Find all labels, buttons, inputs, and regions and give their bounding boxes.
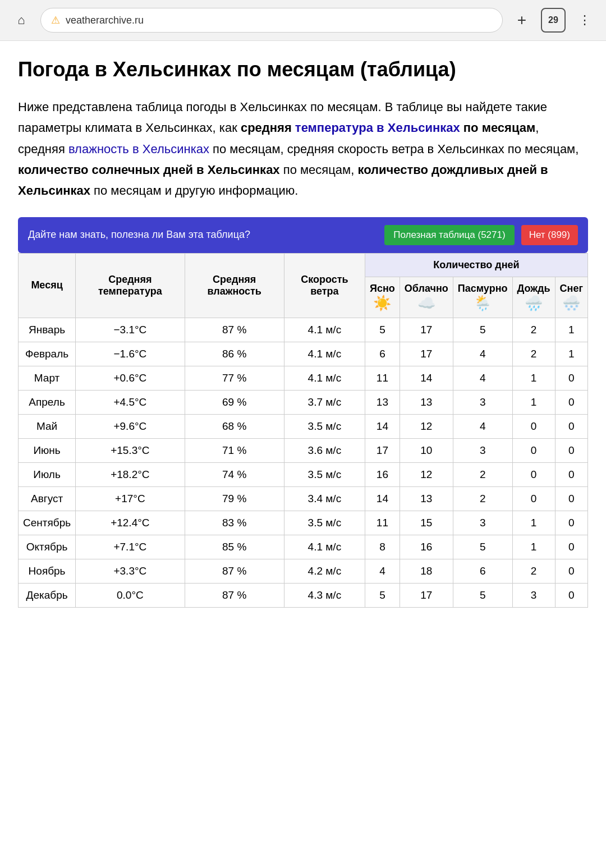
menu-button[interactable]: ⋮ [572,8,597,33]
cell-clear: 14 [365,414,400,438]
table-row: Декабрь 0.0°C 87 % 4.3 м/с 5 17 5 3 0 [19,583,588,607]
no-button[interactable]: Нет (899) [521,225,578,245]
cell-month: Декабрь [19,583,76,607]
url-bar[interactable]: ⚠ veatherarchive.ru [40,8,503,33]
cell-month: Август [19,486,76,511]
cell-wind-speed: 4.1 м/с [284,342,365,366]
cell-wind-speed: 4.3 м/с [284,583,365,607]
cell-clear: 11 [365,366,400,390]
cell-cloudy: 18 [400,559,453,583]
cell-avg-temp: +9.6°C [76,414,185,438]
cell-avg-temp: 0.0°C [76,583,185,607]
cell-wind-speed: 4.1 м/с [284,366,365,390]
cell-overcast: 5 [453,583,512,607]
cell-month: Июнь [19,438,76,462]
cell-cloudy: 17 [400,318,453,342]
cell-rain: 2 [512,559,555,583]
new-tab-button[interactable]: + [509,8,534,33]
cell-snow: 0 [555,390,587,414]
cell-wind-speed: 4.1 м/с [284,535,365,559]
cell-avg-humidity: 86 % [185,342,284,366]
cell-clear: 5 [365,318,400,342]
table-row: Март +0.6°C 77 % 4.1 м/с 11 14 4 1 0 [19,366,588,390]
cell-cloudy: 15 [400,511,453,535]
cell-snow: 1 [555,318,587,342]
page-title: Погода в Хельсинках по месяцам (таблица) [18,57,588,83]
cell-overcast: 4 [453,414,512,438]
cell-snow: 0 [555,535,587,559]
home-button[interactable]: ⌂ [9,8,34,33]
cell-avg-humidity: 87 % [185,318,284,342]
cell-clear: 4 [365,559,400,583]
col-header-avg-humidity: Средняя влажность [185,253,284,318]
cell-avg-humidity: 83 % [185,511,284,535]
cell-wind-speed: 3.4 м/с [284,486,365,511]
cell-clear: 5 [365,583,400,607]
col-header-avg-temp: Средняя температура [76,253,185,318]
cell-rain: 3 [512,583,555,607]
table-row: Октябрь +7.1°C 85 % 4.1 м/с 8 16 5 1 0 [19,535,588,559]
table-row: Сентябрь +12.4°C 83 % 3.5 м/с 11 15 3 1 … [19,511,588,535]
rain-icon: 🌧️ [517,295,550,312]
cell-wind-speed: 3.5 м/с [284,462,365,486]
cell-month: Февраль [19,342,76,366]
col-header-month: Месяц [19,253,76,318]
cell-wind-speed: 4.1 м/с [284,318,365,342]
feedback-question: Дайте нам знать, полезна ли Вам эта табл… [28,229,378,241]
cell-avg-humidity: 87 % [185,583,284,607]
cell-clear: 16 [365,462,400,486]
cell-rain: 2 [512,342,555,366]
cell-snow: 0 [555,366,587,390]
cell-avg-humidity: 68 % [185,414,284,438]
col-header-cloudy: Облачно ☁️ [400,277,453,318]
cell-snow: 0 [555,559,587,583]
page-content: Погода в Хельсинках по месяцам (таблица)… [0,41,606,630]
cell-snow: 0 [555,583,587,607]
snow-icon: 🌨️ [560,295,583,312]
cloudy-icon: ☁️ [405,295,448,312]
cell-clear: 17 [365,438,400,462]
overcast-icon: 🌦️ [458,295,508,312]
cell-wind-speed: 4.2 м/с [284,559,365,583]
cell-clear: 6 [365,342,400,366]
cell-avg-temp: +12.4°C [76,511,185,535]
cell-month: Сентябрь [19,511,76,535]
cell-snow: 0 [555,462,587,486]
table-row: Июль +18.2°C 74 % 3.5 м/с 16 12 2 0 0 [19,462,588,486]
cell-avg-temp: +4.5°C [76,390,185,414]
cell-overcast: 4 [453,342,512,366]
cell-cloudy: 12 [400,414,453,438]
cell-overcast: 2 [453,462,512,486]
cell-cloudy: 13 [400,390,453,414]
cell-avg-temp: −3.1°C [76,318,185,342]
useful-button[interactable]: Полезная таблица (5271) [384,225,514,245]
col-header-days-group: Количество дней [365,253,588,277]
cell-rain: 1 [512,366,555,390]
cell-snow: 0 [555,414,587,438]
cell-month: Ноябрь [19,559,76,583]
cell-cloudy: 13 [400,486,453,511]
cell-avg-temp: −1.6°C [76,342,185,366]
cell-rain: 1 [512,511,555,535]
cell-cloudy: 17 [400,342,453,366]
cell-avg-humidity: 87 % [185,559,284,583]
cell-clear: 11 [365,511,400,535]
cell-overcast: 4 [453,366,512,390]
url-text: veatherarchive.ru [66,15,144,26]
cell-overcast: 2 [453,486,512,511]
cell-overcast: 5 [453,535,512,559]
col-header-clear: Ясно ☀️ [365,277,400,318]
cell-avg-temp: +17°C [76,486,185,511]
cell-overcast: 5 [453,318,512,342]
cell-avg-humidity: 74 % [185,462,284,486]
weather-table-wrapper: Месяц Средняя температура Средняя влажно… [18,253,588,608]
cell-wind-speed: 3.6 м/с [284,438,365,462]
cell-wind-speed: 3.7 м/с [284,390,365,414]
cell-snow: 1 [555,342,587,366]
page-description: Ниже представлена таблица погоды в Хельс… [18,97,588,201]
col-header-overcast: Пасмурно 🌦️ [453,277,512,318]
tabs-count-button[interactable]: 29 [541,8,566,33]
feedback-bar: Дайте нам знать, полезна ли Вам эта табл… [18,217,588,253]
table-row: Апрель +4.5°C 69 % 3.7 м/с 13 13 3 1 0 [19,390,588,414]
col-header-rain: Дождь 🌧️ [512,277,555,318]
